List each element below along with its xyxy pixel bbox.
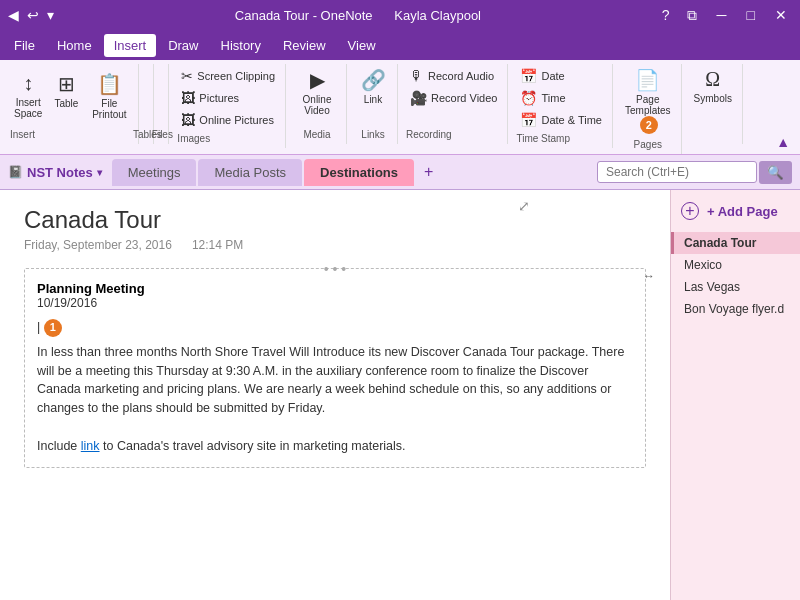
screen-clipping-button[interactable]: ✂ Screen Clipping	[177, 66, 279, 86]
symbols-buttons: Ω Symbols	[690, 66, 736, 126]
menu-draw[interactable]: Draw	[158, 34, 208, 57]
page-date: Friday, September 23, 2016 12:14 PM	[24, 238, 646, 252]
record-audio-button[interactable]: 🎙 Record Audio	[406, 66, 498, 86]
tab-media-posts[interactable]: Media Posts	[198, 159, 302, 186]
ribbon-label-insert: Insert	[10, 129, 35, 140]
note-body[interactable]: | 1 In less than three months North Shor…	[37, 318, 633, 455]
menu-view[interactable]: View	[338, 34, 386, 57]
help-button[interactable]: ?	[662, 7, 670, 23]
ribbon-group-recording: 🎙 Record Audio 🎥 Record Video Recording	[400, 64, 508, 144]
search-button[interactable]: 🔍	[759, 161, 792, 184]
pages-buttons: 📄 Page Templates 2	[621, 66, 675, 136]
ribbon-label-recording: Recording	[406, 129, 452, 140]
ribbon-label-media: Media	[303, 129, 330, 140]
note-content[interactable]: ⤢ Canada Tour Friday, September 23, 2016…	[0, 190, 670, 600]
online-video-button[interactable]: ▶ Online Video	[294, 66, 340, 118]
title-bar-left: ◀ ↩ ▾	[8, 7, 54, 23]
restore-button[interactable]: ⧉	[682, 5, 702, 26]
ribbon-label-pages: Pages	[634, 139, 662, 150]
online-pictures-button[interactable]: 🖼 Online Pictures	[177, 110, 278, 130]
link-text[interactable]: link	[81, 439, 100, 453]
badge-1: 1	[44, 319, 62, 337]
title-bar: ◀ ↩ ▾ Canada Tour - OneNote Kayla Claypo…	[0, 0, 800, 30]
date-button[interactable]: 📅 Date	[516, 66, 568, 86]
notebook-label[interactable]: 📓 NST Notes ▾	[8, 165, 102, 180]
link-icon: 🔗	[361, 68, 386, 92]
ribbon-label-timestamp: Time Stamp	[516, 133, 570, 144]
add-icon: +	[681, 202, 699, 220]
record-video-icon: 🎥	[410, 90, 427, 106]
file-printout-button[interactable]: 📋 File Printout	[86, 70, 132, 122]
menu-insert[interactable]: Insert	[104, 34, 157, 57]
record-audio-icon: 🎙	[410, 68, 424, 84]
text-cursor: |	[37, 320, 40, 334]
right-sidebar: + + Add Page Canada Tour Mexico Las Vega…	[670, 190, 800, 600]
online-pictures-icon: 🖼	[181, 112, 195, 128]
page-templates-icon: 📄	[635, 68, 660, 92]
table-button[interactable]: ⊞ Table	[48, 70, 84, 111]
minimize-button[interactable]: ─	[712, 5, 732, 26]
tab-destinations[interactable]: Destinations	[304, 159, 414, 186]
page-item-canada-tour[interactable]: Canada Tour	[671, 232, 800, 254]
symbols-icon: Ω	[705, 68, 720, 91]
add-tab-button[interactable]: +	[416, 159, 441, 185]
search-area: 🔍	[597, 161, 792, 184]
planning-date: 10/19/2016	[37, 296, 633, 310]
search-input[interactable]	[597, 161, 757, 183]
time-button[interactable]: ⏰ Time	[516, 88, 569, 108]
pictures-icon: 🖼	[181, 90, 195, 106]
media-buttons: ▶ Online Video	[294, 66, 340, 126]
menu-bar: File Home Insert Draw History Review Vie…	[0, 30, 800, 60]
record-video-button[interactable]: 🎥 Record Video	[406, 88, 501, 108]
main-area: ⤢ Canada Tour Friday, September 23, 2016…	[0, 190, 800, 600]
ribbon-group-pages: 📄 Page Templates 2 Pages	[615, 64, 682, 154]
page-templates-button[interactable]: 📄 Page Templates 2	[621, 66, 675, 136]
ribbon: ↕ Insert Space ⊞ Table 📋 File Printout I…	[0, 60, 800, 155]
quick-access-dropdown[interactable]: ▾	[47, 7, 54, 23]
table-icon: ⊞	[58, 72, 75, 96]
datetime-icon: 📅	[520, 112, 537, 128]
add-page-button[interactable]: + + Add Page	[671, 198, 800, 224]
tabs-bar: 📓 NST Notes ▾ Meetings Media Posts Desti…	[0, 155, 800, 190]
screen-clipping-icon: ✂	[181, 68, 193, 84]
note-box[interactable]: • • • ↔ Planning Meeting 10/19/2016 | 1 …	[24, 268, 646, 468]
drag-dots: • • •	[324, 261, 346, 277]
menu-file[interactable]: File	[4, 34, 45, 57]
ribbon-label-images: Images	[177, 133, 210, 144]
close-button[interactable]: ✕	[770, 5, 792, 26]
ribbon-group-media: ▶ Online Video Media	[288, 64, 347, 144]
time-icon: ⏰	[520, 90, 537, 106]
maximize-button[interactable]: □	[742, 5, 760, 26]
window-controls: ⧉ ─ □ ✕	[682, 5, 792, 26]
tab-meetings[interactable]: Meetings	[112, 159, 197, 186]
file-printout-icon: 📋	[97, 72, 122, 96]
pictures-button[interactable]: 🖼 Pictures	[177, 88, 243, 108]
insert-space-button[interactable]: ↕ Insert Space	[10, 70, 46, 121]
ribbon-label-links: Links	[361, 129, 384, 140]
date-icon: 📅	[520, 68, 537, 84]
undo-button[interactable]: ↩	[27, 7, 39, 23]
ribbon-group-symbols: Ω Symbols	[684, 64, 743, 144]
menu-home[interactable]: Home	[47, 34, 102, 57]
menu-review[interactable]: Review	[273, 34, 336, 57]
expand-button[interactable]: ⤢	[518, 198, 530, 214]
body-text: In less than three months North Shore Tr…	[37, 343, 633, 418]
ribbon-group-insert: ↕ Insert Space ⊞ Table 📋 File Printout I…	[4, 64, 139, 144]
page-list: Canada Tour Mexico Las Vegas Bon Voyage …	[671, 232, 800, 320]
menu-history[interactable]: History	[211, 34, 271, 57]
badge-2: 2	[640, 116, 658, 134]
page-item-las-vegas[interactable]: Las Vegas	[671, 276, 800, 298]
ribbon-group-files: Files	[156, 64, 169, 144]
ribbon-collapse-button[interactable]: ▲	[770, 132, 796, 152]
link-button[interactable]: 🔗 Link	[355, 66, 391, 107]
symbols-button[interactable]: Ω Symbols	[690, 66, 736, 106]
page-item-bon-voyage[interactable]: Bon Voyage flyer.d	[671, 298, 800, 320]
title-bar-right: ? ⧉ ─ □ ✕	[662, 5, 792, 26]
footer-text: Include link to Canada's travel advisory…	[37, 437, 633, 456]
page-item-mexico[interactable]: Mexico	[671, 254, 800, 276]
note-expand-icon[interactable]: ↔	[643, 269, 655, 283]
ribbon-group-images: ✂ Screen Clipping 🖼 Pictures 🖼 Online Pi…	[171, 64, 286, 148]
back-button[interactable]: ◀	[8, 7, 19, 23]
ribbon-group-insert-buttons: ↕ Insert Space ⊞ Table 📋 File Printout	[10, 70, 132, 122]
datetime-button[interactable]: 📅 Date & Time	[516, 110, 606, 130]
